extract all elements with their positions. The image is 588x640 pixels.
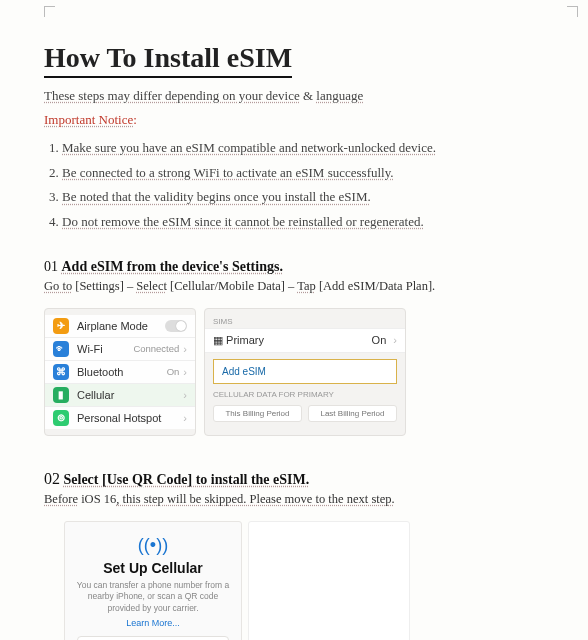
row-airplane: ✈ Airplane Mode bbox=[45, 315, 195, 338]
setup-heading: Set Up Cellular bbox=[73, 560, 233, 576]
setup-desc: You can transfer a phone number from a n… bbox=[73, 580, 233, 614]
page-title: How To Install eSIM bbox=[44, 42, 292, 78]
hotspot-icon: ⊚ bbox=[53, 410, 69, 426]
bluetooth-icon: ⌘ bbox=[53, 364, 69, 380]
row-hotspot: ⊚ Personal Hotspot› bbox=[45, 407, 195, 429]
toggle-off-icon bbox=[165, 320, 187, 332]
airplane-icon: ✈ bbox=[53, 318, 69, 334]
antenna-icon: ((•)) bbox=[73, 536, 233, 554]
cellular-icon: ▮ bbox=[53, 387, 69, 403]
add-esim-button: Add eSIM bbox=[213, 359, 397, 384]
step-1-sub: Go to [Settings] – Select [Cellular/Mobi… bbox=[44, 279, 544, 294]
wifi-icon: ᯤ bbox=[53, 341, 69, 357]
row-primary: ▦ Primary On › bbox=[205, 328, 405, 353]
setup-cellular-screenshot: ((•)) Set Up Cellular You can transfer a… bbox=[64, 521, 544, 640]
learn-more-link: Learn More... bbox=[73, 618, 233, 628]
subtitle: These steps may differ depending on your… bbox=[44, 88, 544, 104]
step-1-title: 01 Add eSIM from the device's Settings. bbox=[44, 259, 544, 275]
notice-list: Make sure you have an eSIM compatible an… bbox=[62, 136, 544, 235]
transfer-button: Transfer From Nearby iPhone bbox=[77, 636, 229, 640]
ios-settings-screenshot: ✈ Airplane Mode ᯤ Wi-Fi Connected› ⌘ Blu… bbox=[44, 308, 544, 436]
step-2-title: 02 Select [Use QR Code] to install the e… bbox=[44, 470, 544, 488]
row-wifi: ᯤ Wi-Fi Connected› bbox=[45, 338, 195, 361]
row-cellular: ▮ Cellular› bbox=[45, 384, 195, 407]
important-notice-label: Important Notice: bbox=[44, 112, 544, 128]
step-2-sub: Before iOS 16, this step will be skipped… bbox=[44, 492, 544, 507]
row-bluetooth: ⌘ Bluetooth On› bbox=[45, 361, 195, 384]
